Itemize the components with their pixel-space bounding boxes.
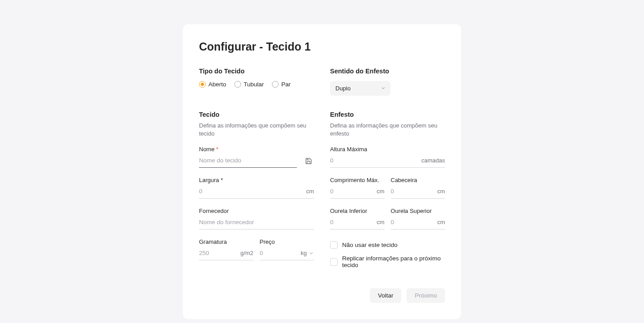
sentido-enfesto-select[interactable]: Duplo (330, 81, 390, 96)
radio-indicator-icon (272, 81, 279, 88)
checkbox-icon (330, 241, 338, 249)
sentido-enfesto-section: Sentido do Enfesto Duplo (330, 68, 445, 96)
ourela-inferior-input[interactable] (330, 217, 373, 227)
replicar-label: Replicar informações para o próximo teci… (342, 255, 445, 268)
largura-input[interactable] (199, 186, 303, 196)
radio-indicator-icon (234, 81, 241, 88)
radio-par[interactable]: Par (272, 81, 291, 88)
gramatura-label: Gramatura (199, 238, 254, 245)
cabeceira-label: Cabeceira (391, 177, 445, 183)
radio-label: Aberto (208, 81, 226, 88)
nao-usar-label: Não usar este tecido (342, 242, 398, 248)
nao-usar-checkbox[interactable]: Não usar este tecido (330, 241, 445, 249)
enfesto-heading: Enfesto (330, 111, 445, 118)
radio-aberto[interactable]: Aberto (199, 81, 226, 88)
replicar-checkbox[interactable]: Replicar informações para o próximo teci… (330, 255, 445, 268)
next-button[interactable]: Próximo (407, 288, 445, 303)
comprimento-max-unit: cm (373, 188, 384, 195)
preco-input[interactable] (260, 248, 301, 258)
ourela-superior-input[interactable] (391, 217, 434, 227)
chevron-down-icon (309, 251, 314, 256)
ourela-superior-unit: cm (434, 219, 445, 225)
largura-label: Largura * (199, 177, 314, 183)
altura-maxima-unit: camadas (418, 157, 445, 164)
cabeceira-input[interactable] (391, 186, 434, 196)
radio-label: Tubular (244, 81, 264, 88)
tipo-tecido-section: Tipo do Tecido Aberto Tubular Par (199, 68, 314, 96)
ourela-inferior-label: Ourela Inferior (330, 208, 385, 214)
altura-maxima-input[interactable] (330, 155, 418, 166)
tecido-heading: Tecido (199, 111, 314, 118)
comprimento-max-input[interactable] (330, 186, 373, 196)
save-icon (305, 157, 312, 165)
altura-maxima-label: Altura Máxima (330, 146, 445, 153)
enfesto-section: Enfesto Defina as informações que compõe… (330, 111, 445, 275)
fornecedor-input[interactable] (199, 217, 314, 227)
nome-input[interactable] (199, 155, 297, 166)
fornecedor-label: Fornecedor (199, 208, 314, 214)
ourela-inferior-unit: cm (373, 219, 384, 225)
preco-label: Preço (260, 238, 314, 245)
config-card: Configurar - Tecido 1 Tipo do Tecido Abe… (183, 24, 461, 319)
tecido-section: Tecido Defina as informações que compõem… (199, 111, 314, 275)
gramatura-unit: g/m2 (237, 250, 254, 256)
radio-indicator-icon (199, 81, 206, 88)
ourela-superior-label: Ourela Superior (391, 208, 445, 214)
enfesto-desc: Defina as informações que compõem seu en… (330, 122, 445, 138)
back-button[interactable]: Voltar (370, 288, 402, 303)
radio-label: Par (281, 81, 291, 88)
preco-unit-select[interactable]: kg (301, 250, 314, 256)
gramatura-input[interactable] (199, 248, 237, 258)
tipo-tecido-radio-group: Aberto Tubular Par (199, 81, 314, 88)
save-icon-button[interactable] (303, 157, 314, 167)
cabeceira-unit: cm (434, 188, 445, 195)
checkbox-icon (330, 258, 338, 266)
page-title: Configurar - Tecido 1 (199, 40, 445, 53)
tecido-desc: Defina as informações que compõem seu te… (199, 122, 314, 138)
tipo-tecido-heading: Tipo do Tecido (199, 68, 314, 75)
radio-tubular[interactable]: Tubular (234, 81, 264, 88)
sentido-enfesto-heading: Sentido do Enfesto (330, 68, 445, 75)
footer-actions: Voltar Próximo (199, 288, 445, 303)
comprimento-max-label: Comprimento Máx. (330, 177, 385, 183)
largura-unit: cm (303, 188, 314, 195)
nome-label: Nome * (199, 146, 314, 153)
